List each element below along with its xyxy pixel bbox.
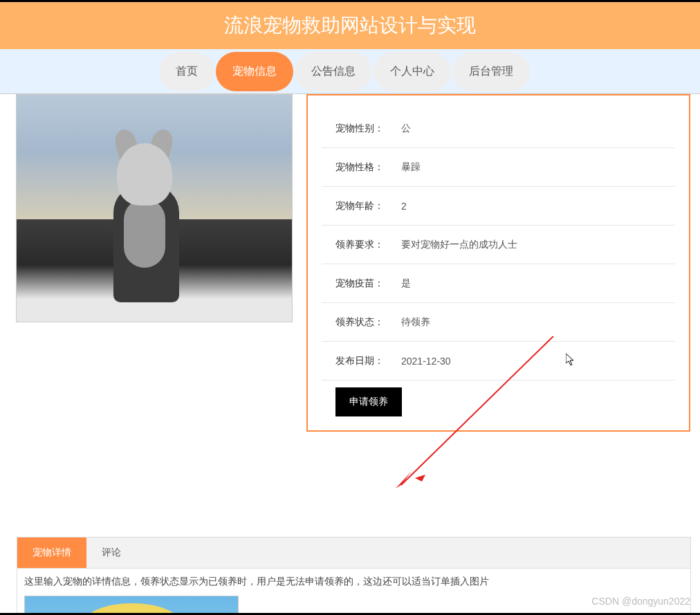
- nav-home[interactable]: 首页: [159, 52, 214, 91]
- tab-pet-detail[interactable]: 宠物详情: [17, 538, 86, 568]
- field-value: 暴躁: [401, 161, 421, 174]
- field-label: 领养状态：: [335, 316, 401, 329]
- tab-row: 宠物详情 评论: [17, 538, 690, 569]
- apply-adoption-button[interactable]: 申请领养: [335, 387, 402, 416]
- main-nav: 首页 宠物信息 公告信息 个人中心 后台管理: [0, 49, 700, 94]
- field-age: 宠物年龄： 2: [322, 187, 675, 226]
- detail-description: 这里输入宠物的详情信息，领养状态显示为已领养时，用户是无法申请领养的，这边还可以…: [24, 576, 683, 594]
- tab-content: 这里输入宠物的详情信息，领养状态显示为已领养时，用户是无法申请领养的，这边还可以…: [17, 569, 690, 615]
- field-value: 2021-12-30: [401, 356, 451, 367]
- field-label: 发布日期：: [335, 355, 401, 367]
- field-value: 公: [401, 122, 411, 135]
- field-label: 宠物性别：: [335, 122, 401, 135]
- nav-announcements[interactable]: 公告信息: [295, 52, 372, 91]
- header: 流浪宠物救助网站设计与实现: [0, 2, 700, 49]
- field-gender: 宠物性别： 公: [322, 109, 675, 148]
- pet-image: [16, 94, 293, 322]
- field-label: 领养要求：: [335, 239, 401, 251]
- svg-marker-2: [415, 475, 425, 481]
- field-value: 2: [401, 201, 407, 212]
- field-date: 发布日期： 2021-12-30: [322, 342, 675, 380]
- pet-details-panel: 宠物性别： 公 宠物性格： 暴躁 宠物年龄： 2 领养要求： 要对宠物好一点的成…: [306, 94, 690, 432]
- field-vaccine: 宠物疫苗： 是: [322, 264, 675, 303]
- site-title: 流浪宠物救助网站设计与实现: [224, 12, 476, 39]
- nav-user-center[interactable]: 个人中心: [374, 52, 451, 91]
- watermark: CSDN @dongyun2022: [591, 596, 690, 607]
- field-value: 是: [401, 277, 411, 290]
- detail-image: [24, 596, 239, 615]
- field-label: 宠物疫苗：: [335, 277, 401, 290]
- field-requirement: 领养要求： 要对宠物好一点的成功人士: [322, 226, 675, 264]
- field-character: 宠物性格： 暴躁: [322, 148, 675, 187]
- svg-marker-1: [396, 471, 412, 488]
- tab-comments[interactable]: 评论: [86, 538, 136, 568]
- nav-admin[interactable]: 后台管理: [452, 52, 530, 91]
- field-value: 待领养: [401, 316, 430, 329]
- detail-tabs-panel: 宠物详情 评论 这里输入宠物的详情信息，领养状态显示为已领养时，用户是无法申请领…: [17, 537, 691, 615]
- field-value: 要对宠物好一点的成功人士: [401, 239, 517, 251]
- field-label: 宠物性格：: [335, 161, 401, 174]
- field-label: 宠物年龄：: [335, 200, 401, 212]
- nav-pet-info[interactable]: 宠物信息: [216, 52, 293, 91]
- field-status: 领养状态： 待领养: [322, 303, 675, 342]
